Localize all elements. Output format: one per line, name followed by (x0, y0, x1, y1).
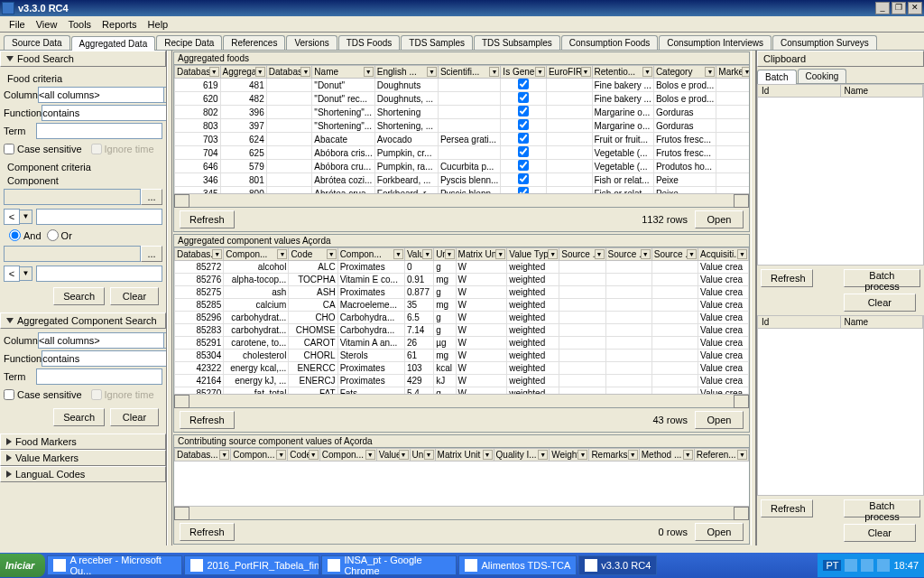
clipboard-col-name[interactable]: Name (841, 85, 924, 97)
filter-icon[interactable]: ▼ (364, 67, 374, 77)
column-header[interactable]: Method ...▼ (639, 449, 694, 461)
clipboard-tab-batch[interactable]: Batch (757, 70, 797, 84)
column-header[interactable]: Matrix Unit▼ (435, 449, 494, 461)
table-row[interactable]: 85304cholesterolCHORLSterols61mgWweighte… (175, 350, 749, 362)
tray-icon[interactable] (845, 559, 857, 572)
tray-icon[interactable] (877, 559, 890, 572)
clipboard2-batch-button[interactable]: Batch process (844, 499, 920, 517)
column-header[interactable]: Matrix Unit▼ (456, 248, 507, 261)
main-tab[interactable]: Consumption Interviews (659, 35, 772, 50)
case-sensitive-checkbox[interactable] (4, 144, 14, 154)
operator-input-2[interactable] (4, 266, 20, 282)
column-header[interactable]: Databas...▼ (175, 248, 224, 261)
clipboard-col-id[interactable]: Id (758, 85, 841, 97)
main-tab[interactable]: Consumption Foods (561, 35, 659, 50)
horizontal-scrollbar[interactable] (174, 506, 749, 519)
table-row[interactable]: 85270fat, totalFATFats5.4gWweightedValue… (175, 387, 749, 395)
main-tab[interactable]: Aggregated Data (71, 36, 156, 51)
taskbar-button[interactable]: v3.3.0 RC4 (578, 555, 657, 575)
menu-tools[interactable]: Tools (62, 19, 97, 30)
taskbar-button[interactable]: A receber - Microsoft Ou... (47, 555, 182, 575)
column-header[interactable]: Value▼ (404, 248, 433, 261)
table-row[interactable]: 345800Abrótea cruaForkbeard, r...Pyscis … (175, 187, 750, 194)
operator-input-1[interactable] (4, 209, 20, 225)
main-tab[interactable]: TDS Samples (401, 35, 473, 50)
column-header[interactable]: Category▼ (653, 66, 716, 79)
filter-icon[interactable]: ▼ (424, 450, 434, 460)
dropdown-icon[interactable]: ▼ (20, 210, 32, 224)
close-button[interactable]: ✕ (908, 2, 922, 14)
generic-checkbox[interactable] (518, 119, 529, 130)
minimize-button[interactable]: _ (875, 2, 890, 14)
column-header[interactable]: Remarks▼ (589, 449, 639, 461)
column-header[interactable]: Referen...▼ (694, 449, 748, 461)
main-tab[interactable]: Recipe Data (156, 35, 222, 50)
filter-icon[interactable]: ▼ (495, 249, 505, 259)
clipboard-refresh-button[interactable]: Refresh (761, 269, 813, 287)
clipboard-batch-button[interactable]: Batch process (844, 269, 920, 287)
clipboard-tab-cooking[interactable]: Cooking (798, 69, 847, 83)
column-header[interactable]: Databas...▼ (175, 449, 231, 461)
generic-checkbox[interactable] (518, 146, 529, 157)
column-header[interactable]: Compon...▼ (319, 449, 376, 461)
generic-checkbox[interactable] (518, 106, 529, 117)
clipboard-clear-button[interactable]: Clear (844, 294, 916, 312)
generic-checkbox[interactable] (518, 92, 529, 103)
clipboard2-clear-button[interactable]: Clear (844, 524, 916, 542)
column-header[interactable]: Unit▼ (434, 248, 456, 261)
menu-reports[interactable]: Reports (97, 19, 143, 30)
main-tab[interactable]: TDS Subsamples (474, 35, 560, 50)
filter-icon[interactable]: ▼ (209, 67, 219, 77)
grid1-refresh-button[interactable]: Refresh (180, 210, 235, 228)
start-button[interactable]: Iniciar (0, 554, 45, 577)
filter-icon[interactable]: ▼ (399, 450, 409, 460)
column-header[interactable]: English ...▼ (374, 66, 438, 79)
filter-icon[interactable]: ▼ (742, 67, 749, 77)
taskbar-button[interactable]: 2016_PortFIR_Tabela_final (184, 555, 319, 575)
acs-search-button[interactable]: Search (53, 408, 105, 426)
table-row[interactable]: 42322energy kcal,...ENERCCProximates103k… (175, 362, 749, 375)
horizontal-scrollbar[interactable] (174, 394, 749, 407)
filter-icon[interactable]: ▼ (687, 249, 697, 259)
filter-icon[interactable]: ▼ (255, 67, 265, 77)
horizontal-scrollbar[interactable] (174, 193, 749, 207)
menu-view[interactable]: View (31, 19, 63, 30)
generic-checkbox[interactable] (518, 79, 529, 89)
column-header[interactable]: EuroFIR...▼ (546, 66, 592, 79)
filter-icon[interactable]: ▼ (641, 249, 651, 259)
table-row[interactable]: 85296carbohydrat...CHOCarbohydra...6.5gW… (175, 312, 749, 324)
main-tab[interactable]: Source Data (4, 35, 70, 50)
table-row[interactable]: 85291carotene, to...CAROTVitamin A an...… (175, 337, 749, 350)
filter-icon[interactable]: ▼ (277, 249, 287, 259)
agg-comp-search-header[interactable]: Aggregated Component Search (0, 312, 166, 329)
filter-icon[interactable]: ▼ (327, 249, 337, 259)
column-header[interactable]: Value▼ (376, 449, 410, 461)
clipboard2-col-name[interactable]: Name (841, 316, 924, 328)
taskbar-button[interactable]: Alimentos TDS-TCA (458, 555, 577, 575)
table-row[interactable]: 85283carbohydrat...CHOMSECarbohydra...7.… (175, 324, 749, 337)
acs-term-input[interactable] (36, 368, 162, 385)
filter-icon[interactable]: ▼ (365, 450, 375, 460)
column-header[interactable]: Compon...▼ (224, 248, 289, 261)
table-row[interactable]: 704625Abóbora cris...Pumpkin, cr...Veget… (175, 146, 750, 160)
table-row[interactable]: 85275ashASHProximates0.877gWweightedValu… (175, 286, 749, 299)
filter-icon[interactable]: ▼ (489, 67, 499, 77)
filter-icon[interactable]: ▼ (483, 450, 493, 460)
value-input-2[interactable] (36, 266, 162, 282)
column-header[interactable]: Retentio...▼ (592, 66, 653, 79)
value-markers-header[interactable]: Value Markers (0, 450, 166, 466)
filter-icon[interactable]: ▼ (393, 249, 403, 259)
search-button[interactable]: Search (53, 287, 105, 305)
table-row[interactable]: 619481"Donut"DoughnutsFine bakery ...Bol… (175, 79, 750, 92)
column-header[interactable]: Weight▼ (550, 449, 589, 461)
generic-checkbox[interactable] (518, 133, 529, 144)
table-row[interactable]: 703624AbacateAvocadoPersea grati...Fruit… (175, 133, 750, 146)
column-header[interactable]: Databas...▼ (266, 66, 312, 79)
menu-help[interactable]: Help (143, 19, 174, 30)
table-row[interactable]: 646579Abóbora cru...Pumpkin, ra...Cucurb… (175, 160, 750, 173)
component-input-2[interactable] (4, 246, 141, 262)
column-header[interactable]: Code▼ (289, 248, 337, 261)
filter-icon[interactable]: ▼ (548, 249, 558, 259)
language-indicator[interactable]: PT (823, 560, 841, 571)
table-row[interactable]: 620482"Donut" rec...Doughnuts, ...Fine b… (175, 92, 750, 106)
